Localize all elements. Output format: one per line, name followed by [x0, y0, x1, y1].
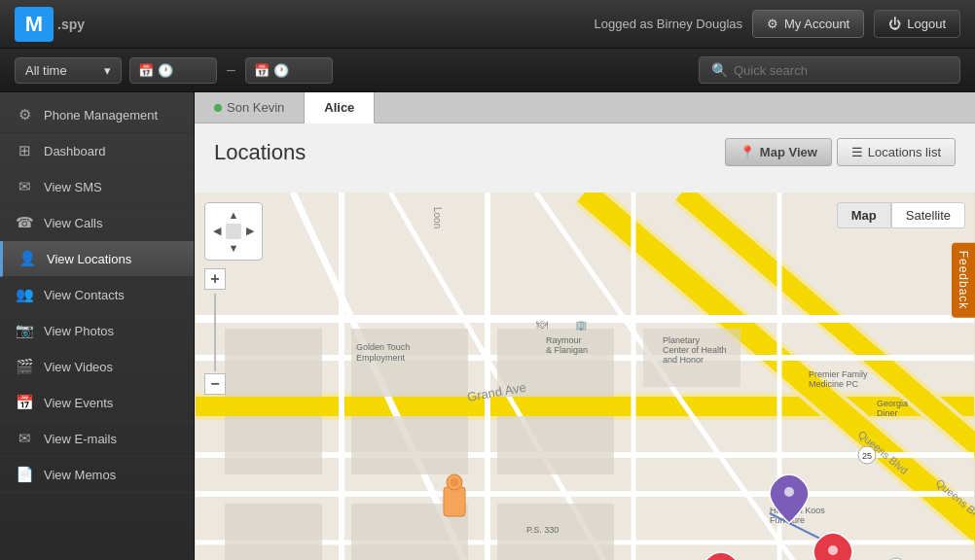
tab-alice[interactable]: Alice [305, 92, 375, 123]
svg-point-77 [451, 478, 458, 486]
clock-icon: 🕐 [158, 63, 173, 78]
view-toggle-buttons: 📍 Map View ☰ Locations list [725, 138, 956, 166]
video-icon: 🎬 [15, 359, 34, 374]
location-content: Locations 📍 Map View ☰ Locations list [195, 123, 975, 192]
sidebar-item-view-events[interactable]: 📅 View Events [0, 385, 194, 421]
sidebar-item-view-calls[interactable]: ☎ View Calls [0, 205, 194, 241]
date-from-input[interactable]: 📅 🕐 [129, 57, 217, 84]
pan-center[interactable] [226, 224, 241, 239]
header-right: Logged as Birney Douglas ⚙ My Account ⏻ … [595, 10, 960, 38]
date-to-input[interactable]: 📅 🕐 [245, 57, 333, 84]
pan-up-button[interactable]: ▲ [226, 207, 242, 224]
grid-icon: ⊞ [15, 143, 34, 158]
logout-label: Logout [907, 17, 946, 31]
pan-right-button[interactable]: ▶ [241, 224, 258, 240]
sidebar-item-view-photos[interactable]: 📷 View Photos [0, 313, 194, 349]
sidebar-item-view-emails[interactable]: ✉ View E-mails [0, 421, 194, 457]
logout-button[interactable]: ⏻ Logout [874, 10, 960, 38]
list-view-label: Locations list [868, 145, 941, 159]
svg-text:and Honor: and Honor [663, 355, 704, 365]
tab-alice-label: Alice [324, 100, 354, 115]
pan-left-button[interactable]: ◀ [209, 224, 226, 240]
memo-icon: 📄 [15, 467, 34, 482]
logo-m-icon: M [15, 7, 54, 42]
sidebar-label-view-sms: View SMS [44, 180, 102, 194]
search-icon: 🔍 [711, 62, 728, 78]
my-account-label: My Account [784, 17, 849, 31]
phone-icon: ☎ [15, 215, 34, 230]
contacts-icon: 👥 [15, 287, 34, 302]
svg-rect-23 [497, 416, 614, 474]
map-svg: Grand Ave Queens Blvd Queens Blvd 53rd A… [195, 192, 975, 560]
main-layout: ⚙ Phone Management ⊞ Dashboard ✉ View SM… [0, 92, 975, 560]
location-person-icon: 👤 [18, 251, 37, 266]
sms-icon: ✉ [15, 179, 34, 194]
svg-text:Premier Family: Premier Family [809, 369, 868, 379]
content-area: Son Kevin Alice Locations 📍 Map View ☰ L… [195, 92, 975, 560]
toolbar: All time ▾ 📅 🕐 – 📅 🕐 🔍 [0, 49, 975, 92]
my-account-button[interactable]: ⚙ My Account [752, 10, 864, 38]
svg-rect-27 [225, 504, 322, 560]
svg-rect-20 [351, 329, 468, 397]
map-view-button[interactable]: 📍 Map View [725, 138, 832, 166]
sidebar-item-view-locations[interactable]: 👤 View Locations [0, 241, 194, 277]
sidebar-item-view-videos[interactable]: 🎬 View Videos [0, 349, 194, 385]
svg-point-66 [828, 545, 838, 555]
time-range-select[interactable]: All time ▾ [15, 57, 122, 84]
location-header: Locations 📍 Map View ☰ Locations list [214, 138, 956, 166]
map-container[interactable]: Grand Ave Queens Blvd Queens Blvd 53rd A… [195, 192, 975, 560]
time-range-value: All time [25, 63, 67, 78]
sidebar-item-phone-management[interactable]: ⚙ Phone Management [0, 97, 194, 133]
sidebar-item-dashboard[interactable]: ⊞ Dashboard [0, 133, 194, 169]
calendar-icon: 📅 [15, 395, 34, 410]
map-button[interactable]: Map [837, 202, 891, 228]
pan-control[interactable]: ▲ ◀ ▶ ▼ [204, 202, 263, 261]
svg-text:P.S. 330: P.S. 330 [526, 525, 559, 535]
svg-rect-21 [351, 416, 468, 474]
sidebar-label-view-photos: View Photos [44, 324, 114, 338]
svg-rect-26 [225, 416, 322, 474]
pan-down-button[interactable]: ▼ [226, 239, 242, 256]
svg-text:🏢: 🏢 [575, 319, 588, 332]
map-view-label: Map View [760, 145, 817, 159]
svg-text:Georgia: Georgia [877, 399, 908, 408]
logged-as-text: Logged as Birney Douglas [595, 17, 743, 31]
sidebar-label-dashboard: Dashboard [44, 144, 106, 158]
svg-text:Planetary: Planetary [663, 335, 701, 345]
tab-active-dot [214, 104, 222, 112]
zoom-out-button[interactable]: − [204, 373, 226, 395]
calendar-icon: 📅 [138, 63, 154, 78]
sidebar: ⚙ Phone Management ⊞ Dashboard ✉ View SM… [0, 92, 195, 560]
header: M .spy Logged as Birney Douglas ⚙ My Acc… [0, 0, 975, 49]
logo: M .spy [15, 7, 85, 42]
list-view-button[interactable]: ☰ Locations list [837, 138, 956, 166]
svg-text:Raymour: Raymour [546, 335, 582, 345]
pin-icon: 📍 [740, 145, 755, 159]
search-box[interactable]: 🔍 [699, 56, 960, 84]
clock-icon-2: 🕐 [273, 63, 289, 78]
svg-point-64 [784, 487, 794, 497]
sidebar-item-view-contacts[interactable]: 👥 View Contacts [0, 277, 194, 313]
search-input[interactable] [734, 63, 948, 78]
satellite-button[interactable]: Satellite [891, 202, 965, 228]
tab-bar: Son Kevin Alice [195, 92, 975, 123]
sidebar-label-view-calls: View Calls [44, 216, 102, 230]
sidebar-label-view-videos: View Videos [44, 360, 113, 374]
sidebar-item-view-sms[interactable]: ✉ View SMS [0, 169, 194, 205]
svg-text:🍽: 🍽 [536, 318, 548, 332]
tab-son-kevin-label: Son Kevin [227, 100, 284, 115]
tab-son-kevin[interactable]: Son Kevin [195, 92, 305, 122]
sidebar-label-view-emails: View E-mails [44, 432, 117, 446]
svg-text:Center of Health: Center of Health [663, 345, 727, 355]
sidebar-label-phone-management: Phone Management [44, 108, 158, 122]
feedback-tab[interactable]: Feedback [952, 243, 975, 318]
zoom-in-button[interactable]: + [204, 268, 226, 290]
zoom-track [214, 294, 216, 371]
list-icon: ☰ [851, 145, 863, 159]
svg-text:& Flanigan: & Flanigan [546, 345, 588, 355]
calendar-icon-2: 📅 [254, 63, 270, 78]
sidebar-item-view-memos[interactable]: 📄 View Memos [0, 457, 194, 493]
gear-icon: ⚙ [15, 107, 34, 122]
sidebar-label-view-memos: View Memos [44, 468, 116, 482]
email-icon: ✉ [15, 431, 34, 446]
